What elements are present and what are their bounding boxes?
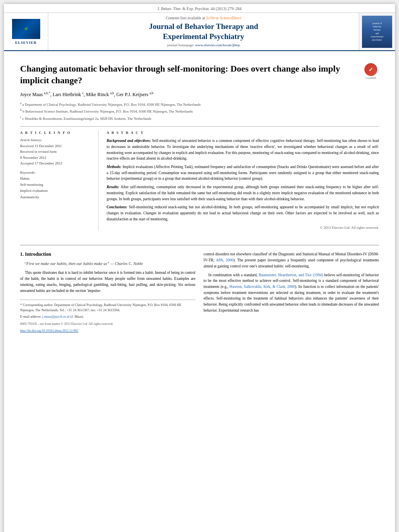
- article-info-label: A R T I C L E I N F O: [20, 131, 92, 135]
- affil-c: c c Hendriks & Roosenboom, Eusebiussinge…: [20, 115, 379, 122]
- journal-homepage: journal homepage: www.elsevier.com/locat…: [167, 43, 240, 47]
- intro-para-1: This quote illustrates that it is hard t…: [20, 270, 195, 294]
- abstract-results: Results: After self-monitoring, consumpt…: [107, 184, 379, 202]
- sciverse-prefix: Contents lists available at: [166, 16, 206, 20]
- keyword-2: Self-monitoring: [20, 182, 92, 188]
- results-text: After self-monitoring, consumption only …: [107, 185, 379, 201]
- issn-line: 0005-7916/$ – see front matter © 2013 El…: [20, 322, 195, 326]
- section-number: 1.: [20, 251, 24, 257]
- article-title-section: Changing automatic behavior through self…: [20, 63, 379, 86]
- conclusions-label: Conclusions:: [107, 205, 128, 209]
- journal-cover-image: journal of behavior therapy and experime…: [362, 16, 392, 48]
- elsevier-logo-image: 🌿: [12, 19, 40, 39]
- body-right-col: control disorders not elsewhere classifi…: [204, 251, 379, 333]
- sciverse-link[interactable]: SciVerse ScienceDirect: [206, 16, 241, 20]
- keyword-1: Habits: [20, 176, 92, 182]
- methods-label: Methods:: [107, 165, 121, 169]
- email-link[interactable]: j.maas@psych.ru.nl: [42, 314, 70, 318]
- journal-title: Journal of Behavior Therapy and Experime…: [149, 22, 258, 41]
- background-label: Background and objectives:: [107, 139, 151, 143]
- elsevier-wordmark: ELSEVIER: [15, 41, 37, 45]
- right-para-1: control disorders not elsewhere classifi…: [204, 251, 379, 269]
- footnote-star: * Corresponding author. Department of Cl…: [20, 302, 195, 313]
- baumeister-link[interactable]: Baumeister, Heartherton, and Tice (1994): [259, 273, 323, 277]
- apa-link[interactable]: APA, 2000: [216, 258, 234, 262]
- revised-date: 8 November 2012: [20, 155, 92, 160]
- conclusions-text: Self-monitoring reduced snack-eating but…: [107, 205, 379, 221]
- journal-info-center: Contents lists available at SciVerse Sci…: [48, 13, 359, 50]
- journal-cover: journal of behavior therapy and experime…: [359, 13, 395, 50]
- crossmark-icon: ✓: [364, 63, 377, 76]
- article-title: Changing automatic behavior through self…: [20, 63, 357, 86]
- journal-header: 🌿 ELSEVIER Contents lists available at S…: [4, 13, 395, 51]
- crossmark-label: CrossMark: [366, 77, 376, 79]
- crossmark-badge[interactable]: ✓ CrossMark: [363, 63, 379, 79]
- doi-link[interactable]: http://dx.doi.org/10.1016/j.jbtep.2012.1…: [20, 329, 78, 333]
- article-info-col: A R T I C L E I N F O Article history: R…: [20, 131, 99, 231]
- history-label: Article history:: [20, 138, 92, 142]
- doi-line: http://dx.doi.org/10.1016/j.jbtep.2012.1…: [20, 329, 195, 333]
- results-label: Results:: [107, 185, 119, 189]
- keywords-group: Keywords: Habits Self-monitoring Implici…: [20, 170, 92, 200]
- hawton-link[interactable]: Hawton, Salkovsklis, Kirk, & Clark, 2000: [230, 285, 295, 289]
- homepage-prefix: journal homepage:: [167, 43, 195, 47]
- keywords-label: Keywords:: [20, 170, 92, 175]
- copyright-line: © 2013 Elsevier Ltd. All rights reserved…: [107, 225, 379, 231]
- affil-b: b b Behavioural Science Institute, Radbo…: [20, 108, 379, 115]
- body-columns: 1. Introduction “First we make our habit…: [4, 251, 395, 333]
- keyword-4: Automaticity: [20, 194, 92, 200]
- abstract-methods: Methods: Implicit evaluations (Affective…: [107, 164, 379, 182]
- body-left-col: 1. Introduction “First we make our habit…: [20, 251, 195, 333]
- citation-text: J. Behav. Ther. & Exp. Psychiat. 44 (201…: [158, 6, 242, 11]
- body-divider: [20, 245, 379, 245]
- abstract-background: Background and objectives: Self-monitori…: [107, 138, 379, 162]
- footnote-section: * Corresponding author. Department of Cl…: [20, 300, 195, 333]
- intro-quote: “First we make our habits, then our habi…: [24, 261, 191, 267]
- accepted-date: Accepted 17 December 2012: [20, 160, 92, 166]
- elsevier-logo-section: 🌿 ELSEVIER: [4, 13, 48, 50]
- sciverse-line: Contents lists available at SciVerse Sci…: [166, 16, 241, 20]
- keywords-list: Habits Self-monitoring Implicit evaluati…: [20, 176, 92, 200]
- affil-a: a a Department of Clinical Psychology, R…: [20, 101, 379, 108]
- methods-text: Implicit evaluations (Affective Priming …: [107, 165, 379, 181]
- section-title: Introduction: [25, 251, 51, 257]
- history-group: Article history: Received 13 December 20…: [20, 138, 92, 166]
- revised-label: Received in revised form: [20, 149, 92, 154]
- info-abstract-cols: A R T I C L E I N F O Article history: R…: [20, 131, 379, 231]
- elsevier-logo: 🌿 ELSEVIER: [12, 19, 40, 45]
- header-divider: [20, 126, 379, 127]
- footnote-email: E-mail address: j.maas@psych.ru.nl (J. M…: [20, 314, 195, 319]
- authors: Joyce Maas a,b,*, Lars Hietbrink c, Mike…: [20, 91, 379, 98]
- received-date: Received 13 December 2011: [20, 143, 92, 149]
- right-para-2: In combination with a standard, Baumeist…: [204, 272, 379, 314]
- affiliations: a a Department of Clinical Psychology, R…: [20, 101, 379, 122]
- homepage-link[interactable]: www.elsevier.com/locate/jbtep: [195, 43, 240, 47]
- abstract-label: A B S T R A C T: [107, 131, 379, 135]
- main-content: Changing automatic behavior through self…: [4, 51, 395, 239]
- keyword-3: Implicit evaluation: [20, 188, 92, 194]
- abstract-text: Background and objectives: Self-monitori…: [107, 138, 379, 231]
- citation-bar: J. Behav. Ther. & Exp. Psychiat. 44 (201…: [4, 4, 395, 13]
- page: J. Behav. Ther. & Exp. Psychiat. 44 (201…: [4, 4, 395, 532]
- abstract-col: A B S T R A C T Background and objective…: [107, 131, 379, 231]
- intro-heading: 1. Introduction: [20, 251, 195, 257]
- abstract-conclusions: Conclusions: Self-monitoring reduced sna…: [107, 204, 379, 222]
